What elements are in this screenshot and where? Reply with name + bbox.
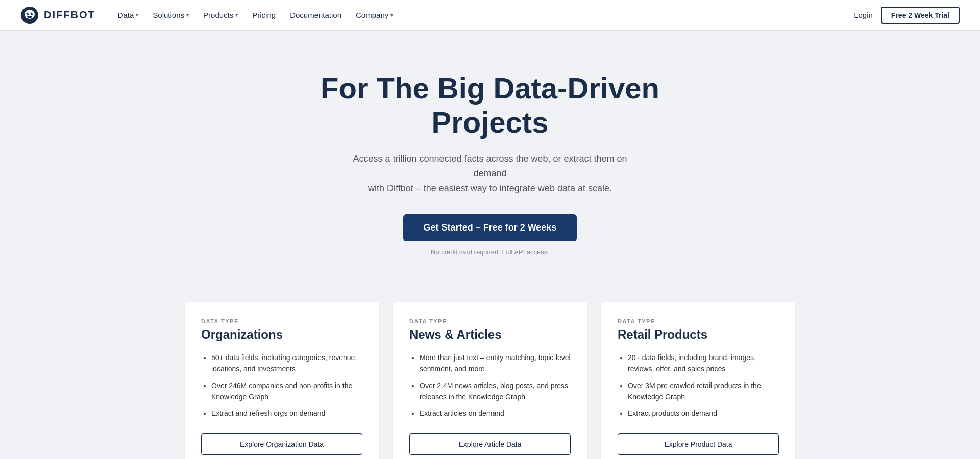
hero-title: For The Big Data-Driven Projects — [260, 71, 720, 139]
chevron-down-icon: ▾ — [235, 12, 238, 18]
trial-button[interactable]: Free 2 Week Trial — [881, 7, 960, 24]
nav-item-pricing[interactable]: Pricing — [246, 7, 282, 23]
logo-icon — [20, 6, 39, 24]
cta-note: No credit card required. Full API access… — [431, 248, 549, 256]
logo[interactable]: DIFFBOT — [20, 6, 95, 24]
svg-point-2 — [27, 12, 29, 15]
svg-rect-7 — [28, 19, 30, 22]
card-organizations: DATA TYPE Organizations 50+ data fields,… — [185, 302, 379, 459]
hero-section: For The Big Data-Driven Projects Access … — [0, 31, 980, 287]
svg-point-5 — [32, 13, 33, 14]
card-title-organizations: Organizations — [201, 327, 362, 342]
chevron-down-icon: ▾ — [186, 12, 189, 18]
login-link[interactable]: Login — [854, 11, 873, 19]
cards-section: DATA TYPE Organizations 50+ data fields,… — [0, 287, 980, 459]
nav-item-documentation[interactable]: Documentation — [284, 7, 348, 23]
svg-rect-8 — [30, 19, 32, 22]
nav-links: Data ▾ Solutions ▾ Products ▾ Pricing Do… — [112, 7, 400, 23]
list-item: Extract products on demand — [628, 407, 779, 419]
data-type-label-organizations: DATA TYPE — [201, 318, 362, 324]
list-item: More than just text – entity matching, t… — [420, 352, 571, 375]
nav-right: Login Free 2 Week Trial — [854, 7, 960, 24]
list-item: 20+ data fields, including brand, images… — [628, 352, 779, 375]
nav-left: DIFFBOT Data ▾ Solutions ▾ Products ▾ Pr… — [20, 6, 399, 24]
nav-item-products[interactable]: Products ▾ — [197, 7, 244, 23]
card-title-articles: News & Articles — [409, 327, 571, 342]
chevron-down-icon: ▾ — [136, 12, 138, 18]
nav-item-company[interactable]: Company ▾ — [350, 7, 399, 23]
hero-subtitle: Access a trillion connected facts across… — [347, 151, 633, 195]
nav-item-solutions[interactable]: Solutions ▾ — [146, 7, 195, 23]
list-item: 50+ data fields, including categories, r… — [211, 352, 362, 375]
list-item: Over 2.4M news articles, blog posts, and… — [420, 380, 571, 403]
explore-articles-button[interactable]: Explore Article Data — [409, 434, 571, 455]
svg-point-6 — [27, 16, 32, 18]
card-news-articles: DATA TYPE News & Articles More than just… — [393, 302, 587, 459]
data-type-label-products: DATA TYPE — [618, 318, 779, 324]
data-type-label-articles: DATA TYPE — [409, 318, 571, 324]
list-item: Over 246M companies and non-profits in t… — [211, 380, 362, 403]
card-title-products: Retail Products — [618, 327, 779, 342]
svg-point-3 — [31, 12, 33, 15]
list-item: Extract and refresh orgs on demand — [211, 407, 362, 419]
logo-text: DIFFBOT — [44, 9, 95, 21]
list-item: Over 3M pre-crawled retail products in t… — [628, 380, 779, 403]
card-bullets-products: 20+ data fields, including brand, images… — [618, 352, 779, 419]
chevron-down-icon: ▾ — [390, 12, 393, 18]
explore-organizations-button[interactable]: Explore Organization Data — [201, 434, 362, 455]
cta-button[interactable]: Get Started – Free for 2 Weeks — [403, 214, 577, 241]
card-retail-products: DATA TYPE Retail Products 20+ data field… — [601, 302, 795, 459]
card-bullets-organizations: 50+ data fields, including categories, r… — [201, 352, 362, 419]
card-bullets-articles: More than just text – entity matching, t… — [409, 352, 571, 419]
navbar: DIFFBOT Data ▾ Solutions ▾ Products ▾ Pr… — [0, 0, 980, 31]
explore-products-button[interactable]: Explore Product Data — [618, 434, 779, 455]
nav-item-data[interactable]: Data ▾ — [112, 7, 145, 23]
list-item: Extract articles on demand — [420, 407, 571, 419]
svg-point-4 — [28, 13, 29, 14]
